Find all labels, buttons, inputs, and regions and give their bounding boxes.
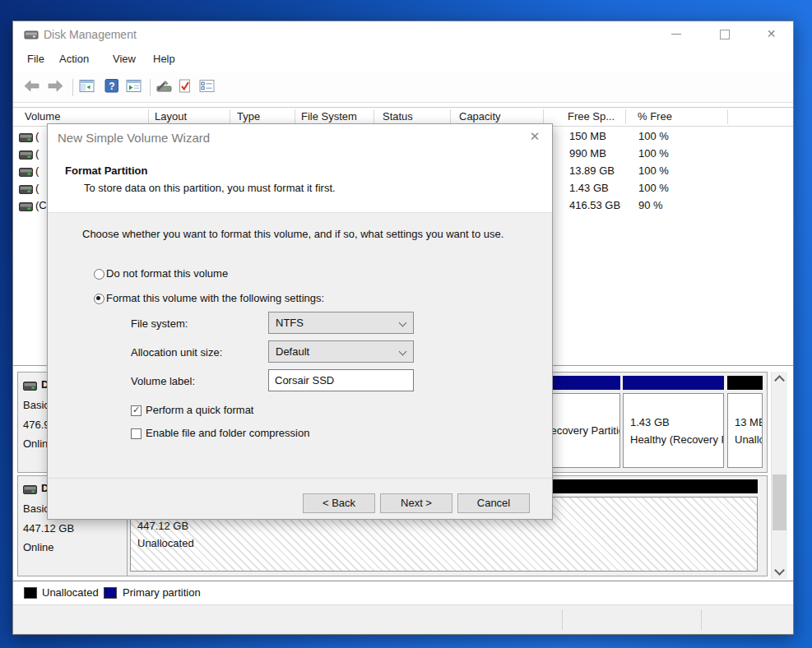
volume-name: ( (35, 182, 39, 194)
close-icon: ✕ (530, 129, 541, 143)
column-header-type[interactable]: Type (237, 110, 260, 123)
console-tree-icon (79, 79, 95, 93)
radio-do-not-format[interactable] (94, 269, 104, 280)
action-pane-icon (126, 79, 142, 93)
title-bar[interactable]: Disk Management ✕ (13, 21, 793, 48)
new-simple-volume-wizard-dialog: New Simple Volume Wizard ✕ Format Partit… (47, 123, 553, 520)
back-button[interactable] (23, 79, 43, 97)
volume-label-input[interactable] (268, 369, 414, 391)
wizard-header[interactable]: New Simple Volume Wizard ✕ Format Partit… (48, 124, 552, 213)
disk-tools-icon (155, 79, 173, 93)
menu-action[interactable]: Action (59, 53, 89, 65)
radio-format-volume[interactable] (94, 294, 104, 304)
svg-text:?: ? (109, 81, 114, 92)
close-button[interactable]: ✕ (753, 21, 790, 47)
cancel-button[interactable]: Cancel (457, 493, 530, 513)
percent-free-cell: 100 % (638, 130, 669, 142)
disk-tools-button[interactable] (155, 79, 175, 97)
forward-button[interactable] (47, 79, 67, 97)
column-header-free-space[interactable]: Free Sp... (568, 110, 615, 123)
allocation-unit-value: Default (276, 345, 309, 358)
compression-checkbox[interactable] (131, 428, 142, 439)
window-title: Disk Management (44, 28, 137, 41)
disk-type: Basic (23, 502, 49, 515)
partition-block[interactable]: 1.43 GB Healthy (Recovery Partition) (623, 373, 724, 472)
legend-unallocated-swatch (24, 587, 37, 599)
partition-status: Unallocated (137, 535, 757, 552)
percent-free-cell: 100 % (638, 147, 669, 160)
quick-format-label[interactable]: Perform a quick format (146, 404, 254, 416)
legend-primary-partition-label: Primary partition (123, 586, 201, 599)
free-space-cell: 990 MB (569, 147, 606, 160)
column-header-file-system[interactable]: File System (301, 110, 357, 123)
volume-icon (19, 166, 33, 181)
percent-free-cell: 100 % (638, 164, 669, 177)
wizard-step-subheading: To store data on this partition, you mus… (84, 182, 336, 194)
back-button[interactable]: < Back (303, 493, 375, 513)
maximize-button[interactable] (707, 21, 744, 47)
scroll-down-icon[interactable] (774, 565, 785, 576)
partition-size: 13 MB (735, 414, 762, 431)
disk-status: Online (23, 541, 54, 553)
volume-label-label: Volume label: (131, 375, 195, 387)
minimize-icon (671, 34, 681, 35)
percent-free-cell: 90 % (638, 199, 663, 211)
column-header-status[interactable]: Status (383, 110, 413, 123)
column-header-volume[interactable]: Volume (25, 110, 60, 123)
graphical-scrollbar[interactable] (771, 372, 787, 579)
show-console-tree-button[interactable] (79, 79, 99, 97)
allocation-unit-label: Allocation unit size: (131, 346, 222, 359)
close-icon: ✕ (767, 27, 777, 40)
partition-header-unallocated (727, 376, 763, 390)
file-system-value: NTFS (276, 317, 304, 329)
volume-icon (19, 183, 33, 198)
legend-unallocated-label: Unallocated (42, 586, 99, 599)
free-space-cell: 416.53 GB (569, 199, 620, 211)
radio-format-volume-label[interactable]: Format this volume with the following se… (106, 292, 324, 304)
scroll-thumb[interactable] (773, 474, 786, 530)
volume-name: ( (35, 147, 39, 160)
partition-status: Healthy (Recovery Partition) (630, 431, 723, 448)
show-action-pane-button[interactable] (126, 79, 146, 97)
back-icon (23, 79, 40, 93)
next-button[interactable]: Next > (380, 493, 452, 513)
menu-help[interactable]: Help (153, 53, 175, 65)
partition-size: 1.43 GB (630, 414, 723, 431)
disk-icon (23, 380, 37, 395)
properties-button[interactable] (199, 79, 219, 97)
wizard-intro-text: Choose whether you want to format this v… (82, 228, 527, 240)
quick-format-checkbox[interactable] (131, 405, 142, 416)
menu-file[interactable]: File (27, 53, 44, 65)
menu-view[interactable]: View (113, 53, 136, 65)
file-system-select[interactable]: NTFS (268, 312, 414, 334)
partition-status: Unallocated (735, 431, 762, 448)
volume-icon (19, 149, 33, 164)
check-document-icon (178, 79, 192, 93)
disk-type: Basic (23, 399, 49, 411)
menu-bar: File Action View Help (13, 48, 793, 72)
column-header-capacity[interactable]: Capacity (459, 110, 501, 123)
radio-do-not-format-label[interactable]: Do not format this volume (106, 267, 228, 280)
allocation-unit-select[interactable]: Default (268, 340, 414, 363)
wizard-close-button[interactable]: ✕ (526, 129, 544, 144)
compression-label[interactable]: Enable file and folder compression (146, 427, 309, 439)
volume-name: (C (35, 199, 47, 211)
disk-management-app-icon (24, 29, 39, 44)
column-header-percent-free[interactable]: % Free (638, 110, 672, 123)
chevron-down-icon (399, 348, 407, 356)
free-space-cell: 150 MB (569, 130, 606, 142)
partition-block[interactable]: 13 MB Unallocated (727, 373, 763, 472)
disk-icon (23, 484, 37, 498)
minimize-button[interactable] (659, 21, 696, 47)
free-space-cell: 13.89 GB (569, 164, 615, 177)
disk-size: 447.12 GB (23, 522, 74, 535)
check-disk-button[interactable] (178, 79, 197, 97)
properties-icon (199, 79, 215, 93)
help-button[interactable]: ? (104, 79, 124, 97)
legend-bar: Unallocated Primary partition (13, 581, 793, 605)
partition-header-primary (623, 376, 724, 390)
scroll-up-icon[interactable] (774, 375, 785, 386)
volume-name: ( (35, 164, 39, 177)
wizard-button-bar: < Back Next > Cancel (48, 478, 552, 519)
column-header-layout[interactable]: Layout (155, 110, 187, 123)
